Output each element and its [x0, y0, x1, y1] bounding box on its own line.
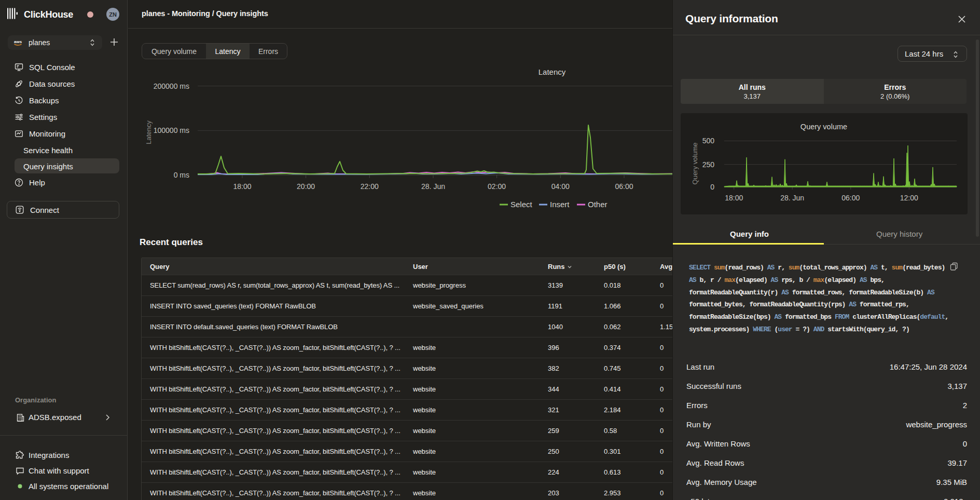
svg-text:100000 ms: 100000 ms — [154, 126, 189, 134]
svg-text:0: 0 — [710, 183, 714, 191]
svg-text:28. Jun: 28. Jun — [780, 194, 804, 202]
svg-text:500: 500 — [702, 137, 715, 145]
svg-text:12:00: 12:00 — [900, 194, 918, 202]
svg-text:22:00: 22:00 — [361, 182, 379, 191]
svg-text:18:00: 18:00 — [233, 182, 251, 191]
svg-text:250: 250 — [702, 160, 715, 169]
svg-text:aws: aws — [14, 39, 22, 44]
svg-text:02:00: 02:00 — [488, 182, 506, 191]
svg-text:Insert: Insert — [550, 200, 570, 209]
svg-text:Select: Select — [510, 200, 533, 209]
svg-text:Other: Other — [588, 200, 608, 209]
svg-text:Query volume: Query volume — [691, 143, 699, 185]
svg-text:18:00: 18:00 — [725, 194, 743, 202]
svg-text:Query volume: Query volume — [800, 123, 847, 131]
svg-text:06:00: 06:00 — [615, 182, 633, 191]
svg-text:28. Jun: 28. Jun — [421, 182, 445, 191]
svg-text:200000 ms: 200000 ms — [154, 82, 189, 90]
svg-text:20:00: 20:00 — [297, 182, 315, 191]
svg-text:0 ms: 0 ms — [174, 171, 189, 179]
svg-text:06:00: 06:00 — [841, 194, 860, 202]
svg-text:Latency: Latency — [539, 67, 566, 76]
svg-text:Latency: Latency — [145, 120, 153, 144]
svg-text:04:00: 04:00 — [551, 182, 570, 191]
